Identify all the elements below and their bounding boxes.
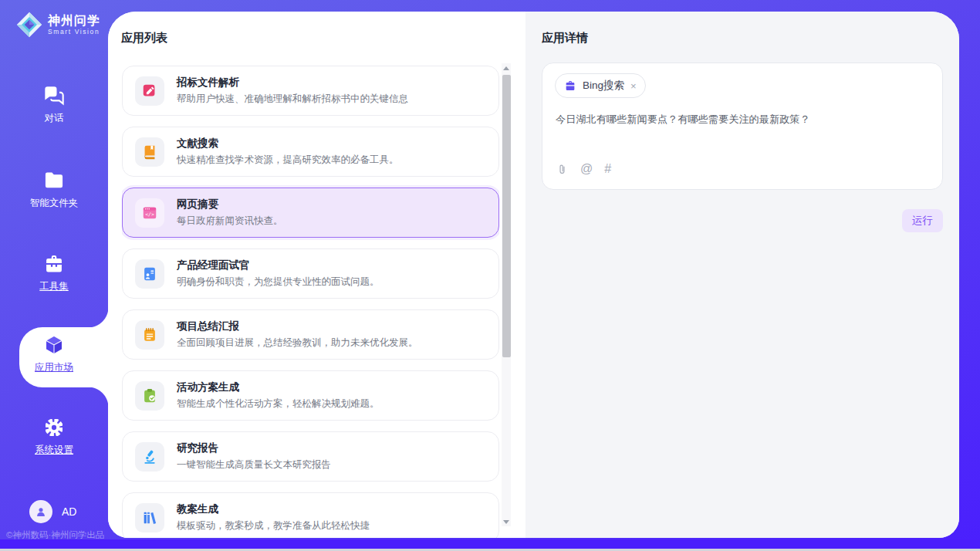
books-icon (135, 503, 164, 532)
sidebar-item-label: 智能文件夹 (30, 197, 79, 210)
app-card-research-report[interactable]: 研究报告 一键智能生成高质量长文本研究报告 (122, 431, 499, 482)
tool-chip-bing-search[interactable]: Bing搜索 × (555, 73, 646, 98)
main-panel: 应用列表 招标文件解析 帮助用户快速、准确地理解和解析招标书中的关键信息 (108, 12, 959, 538)
browser-code-icon: </> (135, 198, 164, 228)
brand-tagline: Smart Vision (48, 28, 100, 35)
app-title: 教案生成 (177, 502, 370, 516)
app-card-bid-parse[interactable]: 招标文件解析 帮助用户快速、准确地理解和解析招标书中的关键信息 (122, 66, 499, 116)
resume-icon (135, 259, 164, 289)
query-text: 今日湖北有哪些新闻要点？有哪些需要关注的最新政策？ (556, 112, 926, 127)
app-title: 文献搜索 (177, 137, 399, 150)
hash-icon[interactable]: # (604, 162, 611, 176)
sidebar-item-toolset[interactable]: 工具集 (0, 253, 108, 293)
notepad-icon (135, 320, 164, 350)
scrollbar-thumb[interactable] (502, 75, 511, 357)
sidebar: 神州问学 Smart Vision 对话 智能文件夹 工具集 (0, 0, 108, 551)
app-desc: 一键智能生成高质量长文本研究报告 (177, 458, 331, 472)
paperclip-icon[interactable] (556, 163, 569, 176)
brand-name: 神州问学 (48, 14, 100, 28)
app-title: 项目总结汇报 (177, 319, 418, 333)
microscope-icon (135, 442, 164, 472)
app-list-scrollbar[interactable] (502, 63, 511, 526)
app-card-web-summary[interactable]: </> 网页摘要 每日政府新闻资讯快查。 (122, 188, 499, 238)
app-title: 产品经理面试官 (177, 259, 380, 272)
app-title: 活动方案生成 (177, 380, 380, 394)
scroll-up-icon[interactable] (502, 63, 511, 73)
toolbox-icon (43, 253, 65, 275)
sidebar-item-chat[interactable]: 对话 (0, 85, 108, 125)
tool-chip-label: Bing搜索 (583, 79, 624, 93)
sidebar-item-label: 应用市场 (35, 361, 73, 374)
prompt-card: Bing搜索 × 今日湖北有哪些新闻要点？有哪些需要关注的最新政策？ @ # (542, 63, 943, 190)
chat-icon (43, 85, 65, 106)
app-title: 网页摘要 (177, 198, 283, 211)
cube-icon (43, 334, 65, 356)
app-desc: 全面回顾项目进展，总结经验教训，助力未来优化发展。 (177, 336, 418, 350)
app-title: 研究报告 (177, 441, 331, 455)
app-card-project-summary[interactable]: 项目总结汇报 全面回顾项目进展，总结经验教训，助力未来优化发展。 (122, 309, 499, 360)
user-account[interactable]: AD (29, 500, 76, 523)
doc-edit-icon (135, 76, 164, 106)
diamond-logo-icon (15, 11, 43, 39)
app-desc: 模板驱动，教案秒成，教学准备从此轻松快捷 (177, 519, 370, 532)
app-list-panel: 应用列表 招标文件解析 帮助用户快速、准确地理解和解析招标书中的关键信息 (108, 12, 525, 538)
user-initials: AD (62, 505, 76, 518)
svg-text:</>: </> (145, 211, 154, 218)
app-list-title: 应用列表 (121, 31, 167, 46)
gear-icon (43, 417, 65, 438)
app-title: 招标文件解析 (177, 76, 408, 90)
composer-toolbar: @ # (556, 162, 611, 176)
at-icon[interactable]: @ (580, 162, 593, 176)
app-card-event-plan[interactable]: 活动方案生成 智能生成个性化活动方案，轻松解决规划难题。 (122, 370, 499, 421)
sidebar-item-label: 工具集 (39, 280, 69, 293)
sidebar-item-label: 系统设置 (35, 444, 73, 457)
sidebar-item-label: 对话 (45, 112, 64, 125)
app-card-pm-interviewer[interactable]: 产品经理面试官 明确身份和职责，为您提供专业性的面试问题。 (122, 248, 499, 299)
sidebar-item-settings[interactable]: 系统设置 (0, 417, 108, 457)
app-desc: 快速精准查找学术资源，提高研究效率的必备工具。 (177, 154, 399, 167)
scroll-down-icon[interactable] (502, 517, 511, 526)
bottom-bar (0, 539, 980, 549)
app-detail-title: 应用详情 (542, 31, 588, 46)
app-detail-panel: 应用详情 Bing搜索 × 今日湖北有哪些新闻要点？有哪些需要关注的最新政策？ … (525, 12, 959, 538)
app-desc: 每日政府新闻资讯快查。 (177, 215, 283, 228)
clipboard-check-icon (135, 381, 164, 411)
person-icon (34, 505, 48, 519)
avatar (29, 500, 52, 523)
app-card-lesson-plan[interactable]: 教案生成 模板驱动，教案秒成，教学准备从此轻松快捷 (122, 492, 499, 538)
sidebar-item-smart-folder[interactable]: 智能文件夹 (0, 170, 108, 210)
app-list: 招标文件解析 帮助用户快速、准确地理解和解析招标书中的关键信息 文献搜索 快速精… (122, 66, 499, 538)
brand-logo: 神州问学 Smart Vision (15, 11, 100, 39)
app-desc: 智能生成个性化活动方案，轻松解决规划难题。 (177, 397, 380, 411)
app-desc: 明确身份和职责，为您提供专业性的面试问题。 (177, 276, 380, 289)
book-icon (135, 137, 164, 167)
folder-icon (43, 170, 65, 191)
run-button[interactable]: 运行 (902, 209, 943, 232)
briefcase-icon (564, 79, 576, 92)
sidebar-item-app-market[interactable]: 应用市场 (0, 334, 108, 374)
close-icon[interactable]: × (630, 81, 637, 91)
app-desc: 帮助用户快速、准确地理解和解析招标书中的关键信息 (177, 93, 408, 106)
app-card-literature-search[interactable]: 文献搜索 快速精准查找学术资源，提高研究效率的必备工具。 (122, 127, 499, 177)
